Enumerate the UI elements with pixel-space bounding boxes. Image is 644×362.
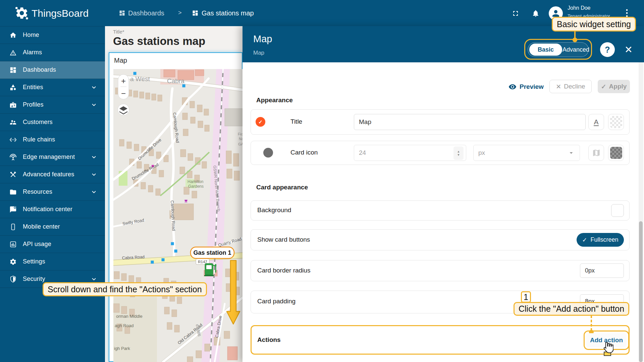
apply-check-icon: ✓ (601, 83, 606, 90)
title-color-button[interactable] (608, 114, 624, 130)
title-input[interactable] (354, 114, 586, 130)
fullscreen-chip[interactable]: ✓ Fullscreen (577, 233, 624, 247)
sidebar-item-resources[interactable]: Resources (0, 183, 105, 201)
notifications-bell-icon[interactable] (532, 9, 540, 17)
map-place-label: a West (130, 75, 150, 82)
map-park-label: Gardens (188, 184, 204, 189)
sidebar-item-alarms[interactable]: Alarms (0, 44, 105, 61)
background-label: Background (257, 206, 291, 214)
chevron-down-icon (91, 189, 97, 195)
font-icon: A (594, 118, 598, 126)
actions-heading: Actions (257, 336, 281, 344)
preview-button[interactable]: Preview (520, 83, 544, 90)
map-zoom-control[interactable]: + − (118, 74, 129, 99)
current-dashboard-icon (192, 10, 199, 16)
show-card-buttons-label: Show card buttons (257, 236, 310, 243)
step-number-badge: 1 (521, 291, 531, 303)
smartphone-icon (9, 223, 17, 231)
click-hint-tooltip: Click the "Add action" button (514, 302, 629, 316)
tab-advanced[interactable]: Advanced (564, 44, 588, 56)
kebab-menu-icon[interactable] (624, 9, 630, 17)
font-settings-button[interactable]: A (588, 114, 604, 130)
dashed-connector-line (591, 315, 592, 331)
sidebar-item-dashboards[interactable]: Dashboards (0, 61, 105, 79)
chevron-down-icon (91, 172, 97, 178)
panel-subtitle: Map (253, 50, 264, 56)
transparent-color-swatch (610, 116, 622, 128)
zoom-in-button[interactable]: + (121, 76, 126, 85)
toggle-check-icon: ✓ (256, 117, 265, 127)
card-border-radius-label: Card border radius (257, 267, 310, 274)
breadcrumb-dashboards[interactable]: Dashboards (128, 9, 164, 17)
help-icon[interactable]: ? (600, 42, 615, 57)
card-appearance-heading: Card appearance (256, 184, 308, 191)
sidebar-item-edge-management[interactable]: Edge management (0, 148, 105, 166)
folder-icon (9, 188, 17, 196)
icon-unit-select[interactable]: px (473, 145, 580, 161)
map-road-label: Fio (238, 132, 243, 136)
sidebar-item-rule-chains[interactable]: Rule chains (0, 131, 105, 148)
sidebar-item-settings[interactable]: Settings (0, 253, 105, 270)
basic-advanced-toggle[interactable]: Basic Advanced (528, 42, 589, 57)
chevron-down-icon (91, 102, 97, 108)
sidebar-item-notification-center[interactable]: Notification center (0, 201, 105, 218)
gear-icon (9, 258, 17, 265)
scrollbar-thumb[interactable] (639, 221, 643, 362)
chevron-down-icon (91, 154, 97, 160)
map-road-label: agh Road (115, 323, 133, 328)
map-road-label: igh Park (114, 346, 130, 351)
sidebar-item-profiles[interactable]: Profiles (0, 96, 105, 114)
icon-size-input[interactable] (354, 145, 466, 161)
svg-text:Gas station 1: Gas station 1 (193, 249, 231, 256)
map-canvas[interactable]: a West Cabra Drumcliffe Drive Drumcliffe… (113, 69, 243, 362)
sidebar-item-home[interactable]: Home (0, 26, 105, 44)
rule-chains-icon (9, 136, 17, 143)
basic-setting-tooltip: Basic widget setting (552, 17, 636, 32)
decline-button[interactable]: ✕Decline (549, 80, 592, 93)
map-road-label: GA (238, 142, 243, 146)
map-glyph-icon (592, 148, 601, 157)
map-place-label: Cabra (167, 77, 184, 84)
widget-header: Map (114, 57, 127, 64)
mouse-cursor-icon (601, 341, 613, 353)
background-color-swatch[interactable] (611, 204, 624, 217)
sidebar-item-mobile-center[interactable]: Mobile center (0, 218, 105, 236)
card-icon-label: Card icon (290, 149, 318, 156)
panel-title: Map (253, 34, 272, 45)
apply-button[interactable]: ✓Apply (598, 80, 630, 93)
breadcrumb-current: Gas stations map (202, 9, 254, 17)
entities-icon (9, 84, 17, 91)
card-padding-label: Card padding (257, 298, 296, 305)
sidebar-item-customers[interactable]: Customers (0, 114, 105, 131)
sidebar: Home Alarms Dashboards Entities Profiles… (0, 26, 105, 362)
sidebar-item-entities[interactable]: Entities (0, 79, 105, 96)
select-chevron-icon (568, 149, 575, 157)
icon-picker-button[interactable] (588, 145, 604, 161)
antenna-icon (9, 154, 17, 161)
fullscreen-icon[interactable] (512, 9, 520, 17)
dark-color-swatch (610, 147, 622, 159)
appearance-heading: Appearance (256, 97, 293, 104)
sidebar-item-api-usage[interactable]: API usage (0, 236, 105, 253)
map-layers-button[interactable] (118, 104, 129, 115)
zoom-out-button[interactable]: − (121, 89, 126, 98)
card-border-radius-input[interactable] (580, 263, 624, 278)
sidebar-item-advanced-features[interactable]: Advanced features (0, 166, 105, 183)
actions-section (251, 325, 630, 355)
top-bar: ThingsBoard Dashboards > Gas stations ma… (0, 0, 644, 26)
map-park-label: Hamilton (187, 179, 203, 184)
dashboards-icon (9, 66, 17, 74)
notification-bubble-icon (9, 206, 17, 213)
map-road-label: Na (239, 137, 243, 141)
tab-basic[interactable]: Basic (529, 44, 562, 56)
scroll-hint-tooltip: Scroll down and find the "Actions" secti… (43, 282, 207, 296)
close-icon[interactable]: ✕ (621, 42, 636, 57)
alarm-icon (9, 49, 17, 56)
connector-dot (573, 38, 577, 42)
number-stepper[interactable]: ▲▼ (453, 146, 464, 160)
icon-color-button[interactable] (608, 145, 624, 161)
dashboard-title[interactable]: Gas stations map (113, 35, 205, 48)
map-road-label: orman Middle (116, 314, 143, 319)
chevron-down-icon (91, 84, 97, 90)
chevron-down-icon (91, 276, 97, 282)
